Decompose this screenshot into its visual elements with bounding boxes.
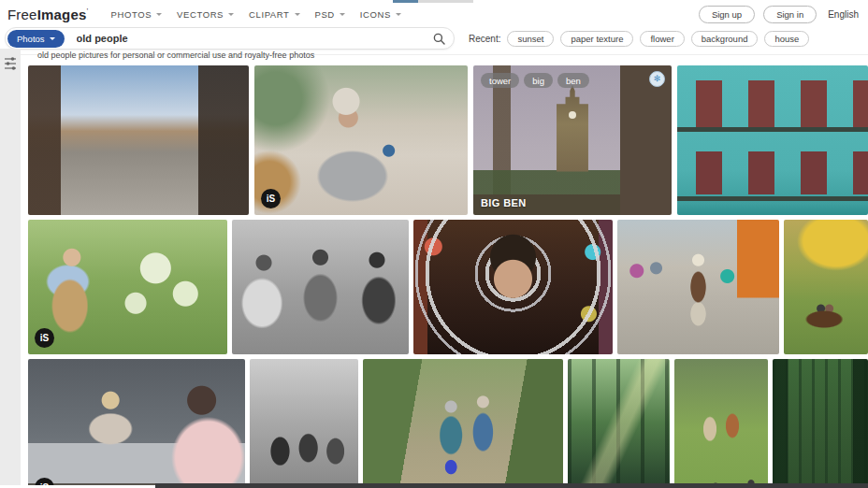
- photo-three-women-bench-bw[interactable]: [232, 220, 409, 354]
- main-nav: PHOTOS VECTORS CLIPART PSD ICONS: [111, 9, 401, 20]
- istock-logo-icon[interactable]: ✻: [649, 71, 665, 87]
- chevron-down-icon: [228, 13, 234, 16]
- chevron-down-icon: [50, 37, 55, 40]
- recent-tag-flower[interactable]: flower: [640, 31, 684, 47]
- logo-trademark: ’: [87, 7, 89, 15]
- big-ben-tower-shape: [557, 85, 588, 172]
- photo-havana-turquoise-building[interactable]: [677, 65, 868, 215]
- photo-senior-man-with-phone[interactable]: iS: [254, 65, 468, 215]
- search-input[interactable]: [75, 32, 433, 45]
- top-header: FreeImages’ PHOTOS VECTORS CLIPART PSD I…: [0, 0, 868, 26]
- nav-item-label: PHOTOS: [111, 9, 152, 20]
- recent-label: Recent:: [469, 34, 500, 44]
- grid-row-3: iS: [28, 359, 868, 488]
- logo-text-bold: Images: [37, 7, 87, 22]
- freeimages-logo[interactable]: FreeImages’: [7, 7, 89, 22]
- photo-tags: tower big ben: [481, 73, 589, 88]
- istock-badge[interactable]: iS: [35, 328, 54, 348]
- sign-up-button[interactable]: Sign up: [699, 6, 755, 23]
- search-category-label: Photos: [17, 34, 45, 44]
- page-load-indicator: [393, 0, 473, 3]
- photo-couple-park-pigeons[interactable]: [674, 359, 768, 488]
- chevron-down-icon: [295, 13, 300, 16]
- photo-elderly-man-street-india[interactable]: [617, 220, 779, 354]
- photo-business-meeting[interactable]: iS: [28, 359, 245, 488]
- sign-in-button[interactable]: Sign in: [763, 6, 817, 23]
- nav-item-photos[interactable]: PHOTOS: [111, 9, 163, 20]
- chevron-down-icon: [340, 13, 345, 16]
- left-filter-rail: [0, 49, 21, 488]
- photo-senior-woman-gardening[interactable]: iS: [28, 220, 227, 354]
- photo-autumn-park-bench[interactable]: [784, 220, 868, 354]
- photo-tag-tower[interactable]: tower: [481, 73, 519, 88]
- page-load-indicator-fill: [393, 0, 418, 3]
- nav-item-vectors[interactable]: VECTORS: [177, 9, 234, 20]
- language-selector[interactable]: English: [828, 9, 859, 20]
- photo-chester-street-scene[interactable]: [28, 65, 249, 215]
- nav-item-label: ICONS: [360, 9, 391, 20]
- photo-elderly-men-bench-bw[interactable]: [250, 359, 358, 488]
- photo-tag-big[interactable]: big: [524, 73, 553, 88]
- chevron-down-icon: [156, 13, 162, 16]
- grid-row-1: iS tower big ben ✻ BIG BEN: [28, 65, 868, 215]
- nav-item-psd[interactable]: PSD: [315, 9, 345, 20]
- nav-item-icons[interactable]: ICONS: [360, 9, 401, 20]
- recent-tag-house[interactable]: house: [764, 31, 809, 47]
- header-actions: Sign up Sign in English: [699, 6, 859, 23]
- logo-text-light: Free: [7, 7, 37, 22]
- results-subtitle: old people pictures for personal or comm…: [37, 50, 314, 60]
- recent-tag-sunset[interactable]: sunset: [507, 31, 554, 47]
- photo-big-ben[interactable]: tower big ben ✻ BIG BEN: [473, 65, 672, 215]
- nav-item-clipart[interactable]: CLIPART: [249, 9, 299, 20]
- results-grid: iS tower big ben ✻ BIG BEN iS: [28, 65, 868, 488]
- photo-elderly-couple-walking[interactable]: [363, 359, 563, 488]
- photo-tag-ben[interactable]: ben: [557, 73, 589, 88]
- recent-tag-paper-texture[interactable]: paper texture: [560, 31, 633, 47]
- bottom-overlay-bar: [155, 483, 868, 488]
- chevron-down-icon: [396, 13, 401, 16]
- photo-forest-light[interactable]: [568, 359, 670, 488]
- istock-badge[interactable]: iS: [261, 189, 281, 208]
- nav-item-label: CLIPART: [249, 9, 289, 20]
- search-bar[interactable]: Photos: [5, 27, 455, 50]
- freeimages-search-page: FreeImages’ PHOTOS VECTORS CLIPART PSD I…: [0, 0, 868, 488]
- filters-icon[interactable]: [4, 56, 17, 71]
- search-category-dropdown[interactable]: Photos: [7, 30, 65, 48]
- search-icon[interactable]: [433, 33, 445, 45]
- photo-caption: BIG BEN: [481, 197, 527, 208]
- photo-tree-avenue-path[interactable]: [773, 359, 868, 488]
- nav-item-label: PSD: [315, 9, 335, 20]
- grid-row-2: iS: [28, 220, 868, 354]
- nav-item-label: VECTORS: [177, 9, 224, 20]
- recent-searches: Recent: sunset paper texture flower back…: [469, 31, 809, 47]
- recent-tag-background[interactable]: background: [691, 31, 759, 47]
- photo-akha-woman-portrait[interactable]: [413, 220, 613, 354]
